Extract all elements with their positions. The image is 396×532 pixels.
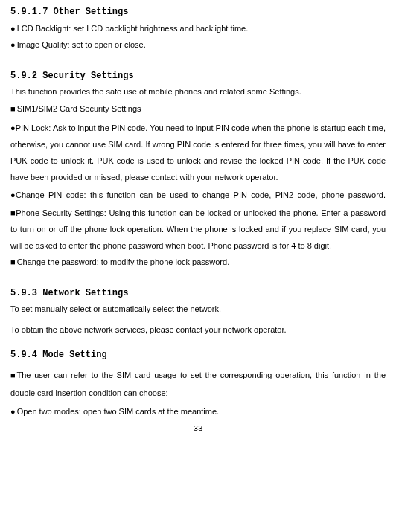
bullet-lcd-backlight: ● LCD Backlight: set LCD backlight brigh… [10,23,386,34]
bullet-sim-card-security: ■ SIM1/SIM2 Card Security Settings [10,103,386,115]
bullet-mark: ● [10,406,16,417]
square-mark: ■ [10,103,16,115]
bullet-image-quality: ● Image Quality: set to open or close. [10,39,386,51]
bullet-text: Open two modes: open two SIM cards at th… [17,406,219,417]
bullet-change-password: ■ Change the password: to modify the pho… [10,257,386,268]
heading-network-settings: 5.9.3 Network Settings [10,287,386,300]
bullet-text: Image Quality: set to open or close. [17,39,146,51]
square-mark: ■ [10,257,16,268]
security-intro: This function provides the safe use of m… [10,86,386,97]
paragraph-pin-lock: ●PIN Lock: Ask to input the PIN code. Yo… [10,120,386,185]
bullet-mark: ● [10,39,16,51]
paragraph-change-pin: ●Change PIN code: this function can be u… [10,187,386,203]
bullet-text: Change the password: to modify the phone… [17,257,230,268]
bullet-open-two-modes: ● Open two modes: open two SIM cards at … [10,406,386,417]
paragraph-phone-security: ■Phone Security Settings: Using this fun… [10,205,386,254]
network-line2: To obtain the above network services, pl… [10,324,386,336]
heading-other-settings: 5.9.1.7 Other Settings [10,6,386,19]
bullet-text: SIM1/SIM2 Card Security Settings [17,103,141,115]
bullet-text: LCD Backlight: set LCD backlight brightn… [17,23,249,34]
bullet-mark: ● [10,23,16,34]
network-line1: To set manually select or automatically … [10,304,386,315]
heading-mode-setting: 5.9.4 Mode Setting [10,349,386,362]
paragraph-sim-usage: ■The user can refer to the SIM card usag… [10,366,386,402]
heading-security-settings: 5.9.2 Security Settings [10,70,386,83]
page-number: 33 [10,423,386,435]
